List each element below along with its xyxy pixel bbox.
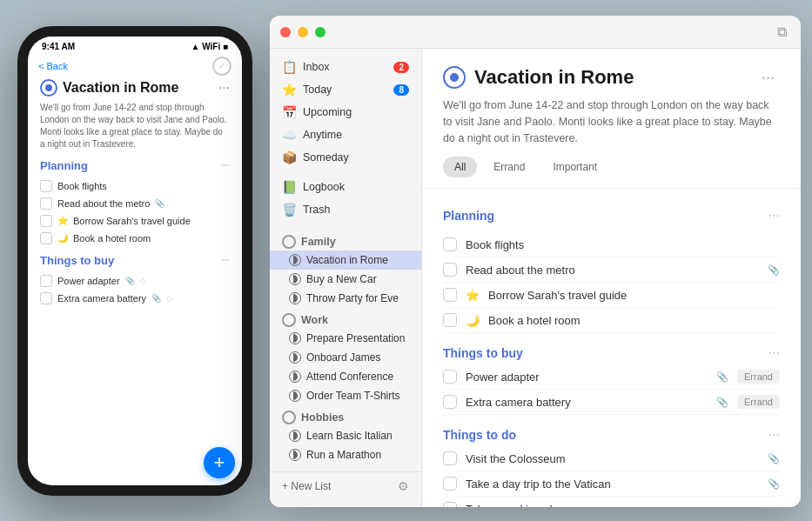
star-icon: ⭐ [57,216,68,225]
new-list-button[interactable]: + New List [282,480,331,492]
phone-content: Vacation in Rome ··· We'll go from June … [28,79,242,485]
sidebar: 📋 Inbox 2 ⭐ Today 8 📅 Upcoming ☁️ Anytim… [270,49,422,507]
checkbox[interactable] [443,451,457,465]
maximize-button[interactable] [315,27,325,37]
vacation-rome-label: Vacation in Rome [306,254,388,266]
things-to-do-title: Things to do [443,428,516,442]
sidebar-item-run-marathon[interactable]: Run a Marathon [270,445,421,464]
task-book-flights: Book flights [443,232,780,257]
task-label: Extra camera battery [466,396,708,409]
sidebar-item-anytime[interactable]: ☁️ Anytime [270,124,421,146]
checkbox[interactable] [443,502,457,507]
today-badge: 8 [393,84,409,96]
checkbox[interactable] [443,313,457,327]
checkbox[interactable] [40,292,52,304]
checkbox[interactable] [40,215,52,227]
car-icon [289,273,301,285]
task-metro: Read about the metro 📎 [443,257,780,283]
phone-task-camera-battery: Extra camera battery 📎 ◇ [40,290,230,307]
errand-tag: Errand [737,395,780,409]
main-description: We'll go from June 14-22 and stop throug… [443,97,780,146]
main-header: Vacation in Rome ··· We'll go from June … [422,49,801,189]
sidebar-inbox-label: Inbox [303,61,330,73]
checkbox[interactable] [443,237,457,251]
sidebar-item-logbook[interactable]: 📗 Logbook [270,176,421,198]
sidebar-item-attend-conference[interactable]: Attend Conference [270,367,421,386]
task-cooking: Take a cooking class [443,497,780,507]
close-button[interactable] [280,27,291,37]
things-to-buy-more-button[interactable]: ··· [768,345,780,361]
task-label: Book a hotel room [488,314,780,327]
checkbox[interactable] [443,477,457,491]
minimize-button[interactable] [298,27,308,37]
filter-pills: All Errand Important [443,157,780,177]
things-to-do-more-button[interactable]: ··· [768,427,780,443]
planning-section-header: Planning ··· [443,208,780,224]
sidebar-item-order-tshirts[interactable]: Order Team T-Shirts [270,386,421,405]
complete-button[interactable]: ✓ [212,57,232,76]
checkbox[interactable] [443,395,457,409]
filter-all[interactable]: All [443,157,477,177]
upcoming-icon: 📅 [282,105,296,119]
logbook-icon: 📗 [282,180,296,194]
checkbox[interactable] [40,232,52,244]
sidebar-item-vacation-rome[interactable]: Vacation in Rome [270,250,421,270]
filter-important[interactable]: Important [541,157,608,177]
run-marathon-label: Run a Marathon [306,449,381,461]
sidebar-item-upcoming[interactable]: 📅 Upcoming [270,101,421,124]
checkbox[interactable] [40,180,52,192]
task-label: Read about the metro [466,264,759,277]
main-more-button[interactable]: ··· [756,67,780,89]
main-scroll: Planning ··· Book flights Read about the… [422,189,801,507]
sidebar-item-learn-italian[interactable]: Learn Basic Italian [270,426,421,445]
work-group-icon [282,313,296,327]
phone-task-sarah: ⭐ Borrow Sarah's travel guide [40,212,230,230]
checkbox[interactable] [443,263,457,277]
clip-icon: 📎 [125,277,135,285]
onboard-james-label: Onboard James [306,351,380,364]
window-body: 📋 Inbox 2 ⭐ Today 8 📅 Upcoming ☁️ Anytim… [270,49,801,507]
today-icon: ⭐ [282,83,296,97]
sidebar-group-family: Family [270,230,421,250]
phone-status-bar: 9:41 AM ▲ WiFi ■ [28,37,242,53]
inbox-icon: 📋 [282,60,296,74]
task-label: Take a day trip to the Vatican [466,478,759,491]
attend-conference-label: Attend Conference [306,371,393,383]
planning-more-button[interactable]: ··· [768,208,780,224]
prepare-presentation-label: Prepare Presentation [306,332,405,344]
buy-car-label: Buy a New Car [306,273,377,285]
phone-task-metro: Read about the metro 📎 [40,195,230,212]
task-label: Visit the Colosseum [466,452,759,465]
sidebar-item-onboard-james[interactable]: Onboard James [270,348,421,367]
main-task-icon [443,66,466,89]
sidebar-item-throw-party[interactable]: Throw Party for Eve [270,289,421,308]
moon-icon: 🌙 [57,233,68,243]
window-titlebar: ⧉ [270,16,801,49]
phone-icons: ▲ WiFi ■ [191,42,228,51]
add-task-button[interactable]: + [204,447,235,478]
phone-task-icon [40,79,57,97]
someday-icon: 📦 [282,150,296,164]
checkbox[interactable] [443,370,457,384]
sidebar-item-buy-new-car[interactable]: Buy a New Car [270,270,421,289]
phone-body: 9:41 AM ▲ WiFi ■ < Back ✓ Vacation in Ro… [17,26,252,496]
clip-icon: 📎 [716,371,728,383]
phone-more-button[interactable]: ··· [218,80,230,96]
sidebar-item-prepare-presentation[interactable]: Prepare Presentation [270,329,421,348]
sidebar-settings-icon[interactable]: ⚙ [398,479,409,493]
throw-party-label: Throw Party for Eve [306,292,399,304]
trash-icon: 🗑️ [282,203,296,217]
sidebar-someday-label: Someday [303,151,349,164]
back-button[interactable]: < Back [38,61,68,71]
sidebar-logbook-label: Logbook [303,181,345,193]
checkbox[interactable] [443,288,457,302]
filter-errand[interactable]: Errand [482,157,536,177]
checkbox[interactable] [40,275,52,287]
sidebar-item-trash[interactable]: 🗑️ Trash [270,198,421,221]
sidebar-item-inbox[interactable]: 📋 Inbox 2 [270,56,421,78]
copy-icon[interactable]: ⧉ [777,24,787,39]
sidebar-item-someday[interactable]: 📦 Someday [270,146,421,169]
task-hotel: 🌙 Book a hotel room [443,308,780,333]
checkbox[interactable] [40,197,52,210]
sidebar-item-today[interactable]: ⭐ Today 8 [270,78,421,101]
